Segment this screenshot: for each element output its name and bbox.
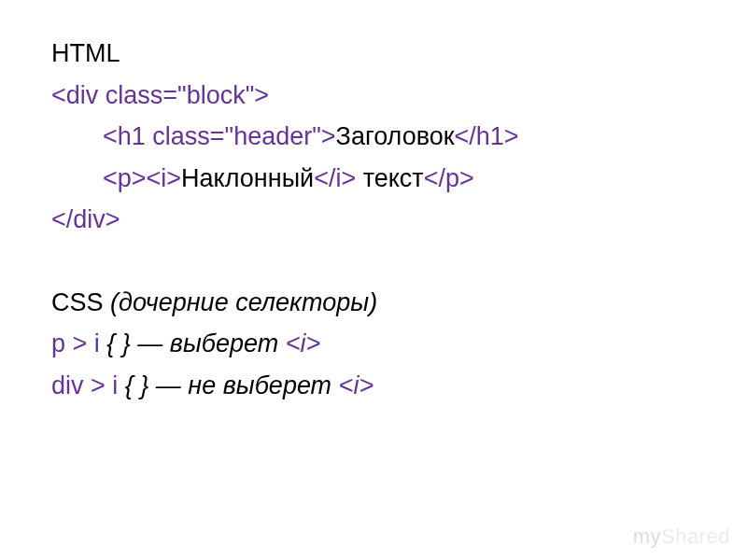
code-line-div-close: </div> xyxy=(51,199,747,241)
code-line-p: <p><i>Наклонный</i> текст</p> xyxy=(51,158,747,200)
text-zagolovok: Заголовок xyxy=(336,122,455,150)
heading-html: HTML xyxy=(51,33,747,75)
tag-p-open: <p> xyxy=(103,164,147,192)
tag-i-open: <i> xyxy=(147,164,182,192)
heading-css: CSS (дочерние селекторы) xyxy=(51,282,747,324)
tag-h1-open: <h1 class="header"> xyxy=(103,122,336,150)
spacer xyxy=(51,241,747,282)
tag-h1-close: </h1> xyxy=(455,122,519,150)
text-ne-vyberet: { } — не выберет xyxy=(125,371,339,399)
code-line-h1: <h1 class="header">Заголовок</h1> xyxy=(51,116,747,158)
selector-div-i: div > i xyxy=(51,371,125,399)
watermark-my: my xyxy=(633,525,661,548)
selector-p-i: p > i xyxy=(51,329,106,357)
tag-div-open: <div class="block"> xyxy=(51,81,269,109)
watermark-shared: Shared xyxy=(661,525,730,548)
text-tekst: текст xyxy=(356,164,424,192)
text-css-desc: (дочерние селекторы) xyxy=(110,288,377,316)
tag-i-close: </i> xyxy=(314,164,356,192)
css-rule-2: div > i { } — не выберет <i> xyxy=(51,365,747,407)
tag-i-ref-2: <i> xyxy=(339,371,374,399)
text-vyberet: { } — выберет xyxy=(106,329,285,357)
text-naklonnyi: Наклонный xyxy=(181,164,314,192)
watermark: myShared xyxy=(633,525,730,549)
code-line-div-open: <div class="block"> xyxy=(51,75,747,117)
tag-i-ref-1: <i> xyxy=(286,329,321,357)
text-css: CSS xyxy=(51,288,110,316)
text-html: HTML xyxy=(51,39,120,67)
tag-div-close: </div> xyxy=(51,205,120,233)
tag-p-close: </p> xyxy=(424,164,474,192)
css-rule-1: p > i { } — выберет <i> xyxy=(51,323,747,365)
